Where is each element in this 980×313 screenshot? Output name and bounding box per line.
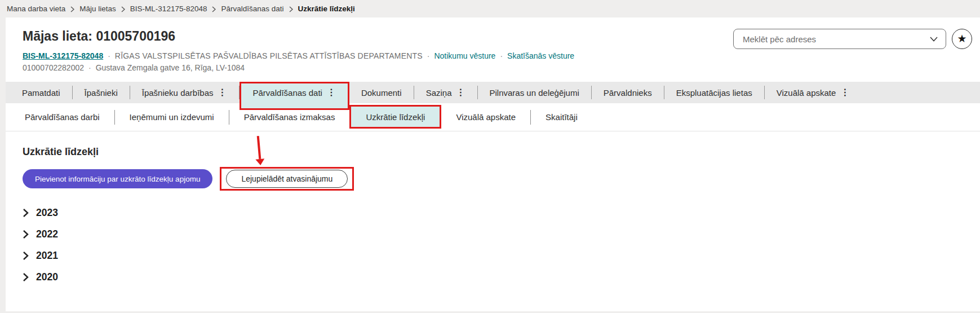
chevron-right-icon xyxy=(23,251,29,261)
chevron-down-icon xyxy=(930,37,938,42)
add-accumulated-funds-button[interactable]: Pievienot informāciju par uzkrāto līdzek… xyxy=(23,169,212,188)
chevron-right-icon xyxy=(212,6,216,12)
tab-label: Saziņa xyxy=(426,88,452,98)
house-file-card: Mājas lieta: 01005700196 Meklēt pēc adre… xyxy=(6,17,980,311)
address-search-select[interactable]: Meklēt pēc adreses xyxy=(733,29,946,49)
section-heading: Uzkrātie līdzekļi xyxy=(23,145,963,159)
subtab-ienemumi-un-izdevumi[interactable]: Ieņēmumi un izdevumi xyxy=(115,103,229,131)
subtab-skaititaji[interactable]: Skaitītāji xyxy=(531,103,592,131)
tab-ekspluatacijas-lietas[interactable]: Ekspluatācijas lietas xyxy=(664,82,764,103)
case-number-link[interactable]: BIS-ML-312175-82048 xyxy=(23,51,103,60)
years-list: 2023 2022 2021 2020 xyxy=(23,205,963,284)
breadcrumb: Mana darba vieta Māju lietas BIS-ML-3121… xyxy=(0,0,980,17)
address-line: 01000702282002 · Gustava Zemgala gatve 1… xyxy=(23,63,972,82)
year-label: 2023 xyxy=(36,207,58,219)
year-label: 2020 xyxy=(36,271,58,283)
breadcrumb-item[interactable]: BIS-ML-312175-82048 xyxy=(130,5,207,13)
address-text: Gustava Zemgala gatve 16, Rīga, LV-1084 xyxy=(96,63,245,72)
year-row-2021[interactable]: 2021 xyxy=(23,248,963,263)
actions-row: Pievienot informāciju par uzkrāto līdzek… xyxy=(23,167,963,191)
cadastre-number: 01000702282002 xyxy=(23,63,84,72)
organization-name: RĪGAS VALSTSPILSĒTAS PAŠVALDĪBAS PILSĒTA… xyxy=(115,51,423,60)
chevron-right-icon xyxy=(70,6,74,12)
address-search-placeholder: Meklēt pēc adreses xyxy=(743,34,816,44)
subtab-label: Ieņēmumi un izdevumi xyxy=(130,112,214,122)
kebab-menu-icon[interactable]: ⋮ xyxy=(840,88,849,97)
tab-label: Dokumenti xyxy=(361,88,402,98)
annotation-arrow-head xyxy=(255,158,265,165)
subtab-uzkratie-lidzekli-active[interactable]: Uzkrātie līdzekļi xyxy=(349,105,441,129)
event-history-link[interactable]: Notikumu vēsture xyxy=(434,51,495,60)
chevron-right-icon xyxy=(289,6,293,12)
kebab-menu-icon[interactable]: ⋮ xyxy=(218,88,227,97)
dot-separator: · xyxy=(108,51,110,60)
tab-parvaldnieks[interactable]: Pārvaldnieks xyxy=(592,82,664,103)
tab-label: Pārvaldīšanas dati xyxy=(253,88,322,98)
subtab-label: Pārvaldīšanas izmaksas xyxy=(244,112,335,122)
subtab-parvaldisanas-darbi[interactable]: Pārvaldīšanas darbi xyxy=(10,103,114,131)
subtab-label: Pārvaldīšanas darbi xyxy=(25,112,100,122)
breadcrumb-item[interactable]: Māju lietas xyxy=(79,5,116,13)
chevron-right-icon xyxy=(23,272,29,282)
tab-label: Pamatdati xyxy=(22,88,60,98)
subtab-vizuala-apskate[interactable]: Vizuālā apskate xyxy=(441,103,530,131)
tab-label: Īpašnieku darbības xyxy=(142,88,214,98)
tab-ipasnieki[interactable]: Īpašnieki xyxy=(73,82,130,103)
tab-dokumenti[interactable]: Dokumenti xyxy=(349,82,414,103)
year-row-2022[interactable]: 2022 xyxy=(23,227,963,241)
download-derivative-button[interactable]: Lejupielādēt atvasinājumu xyxy=(226,170,348,188)
tab-label: Pilnvaras un deleģējumi xyxy=(490,88,579,98)
year-row-2020[interactable]: 2020 xyxy=(23,270,963,284)
breadcrumb-item[interactable]: Pārvaldīšanas dati xyxy=(221,5,283,13)
card-header: Mājas lieta: 01005700196 Meklēt pēc adre… xyxy=(6,17,980,82)
favorite-button[interactable]: ★ xyxy=(952,29,972,49)
breadcrumb-item-current: Uzkrātie līdzekļi xyxy=(298,5,355,13)
kebab-menu-icon[interactable]: ⋮ xyxy=(456,88,465,97)
annotation-rectangle: Lejupielādēt atvasinājumu xyxy=(220,167,354,191)
chevron-right-icon xyxy=(121,6,125,12)
sub-tabbar: Pārvaldīšanas darbi Ieņēmumi un izdevumi… xyxy=(6,103,980,131)
tab-label: Īpašnieki xyxy=(85,88,118,98)
star-icon: ★ xyxy=(957,32,966,45)
tab-label: Vizuālā apskate xyxy=(777,88,836,98)
tab-label: Pārvaldnieks xyxy=(604,88,652,98)
tab-sazina[interactable]: Saziņa⋮ xyxy=(414,82,477,103)
tab-vizuala-apskate[interactable]: Vizuālā apskate⋮ xyxy=(765,82,862,103)
tab-label: Ekspluatācijas lietas xyxy=(676,88,752,98)
page-title: Mājas lieta: 01005700196 xyxy=(23,28,175,45)
content-area: Uzkrātie līdzekļi Pievienot informāciju … xyxy=(6,131,980,284)
subtab-label: Vizuālā apskate xyxy=(456,112,516,122)
year-row-2023[interactable]: 2023 xyxy=(23,205,963,220)
case-meta-line: BIS-ML-312175-82048 · RĪGAS VALSTSPILSĒT… xyxy=(23,51,972,60)
tab-pilnvaras[interactable]: Pilnvaras un deleģējumi xyxy=(478,82,591,103)
dot-separator: · xyxy=(427,51,430,60)
subtab-label: Skaitītāji xyxy=(546,112,578,122)
chevron-right-icon xyxy=(23,230,29,239)
tab-pamatdati[interactable]: Pamatdati xyxy=(10,82,72,103)
dot-separator: · xyxy=(88,63,91,72)
year-label: 2021 xyxy=(36,250,58,262)
breadcrumb-item[interactable]: Mana darba vieta xyxy=(7,5,65,13)
chevron-right-icon xyxy=(23,208,29,218)
tab-parvaldisanas-dati-active[interactable]: Pārvaldīšanas dati⋮ xyxy=(240,82,349,110)
kebab-menu-icon[interactable]: ⋮ xyxy=(327,88,336,97)
dot-separator: · xyxy=(500,51,503,60)
main-tabbar: Pamatdati Īpašnieki Īpašnieku darbības⋮ … xyxy=(6,82,980,103)
subtab-label: Uzkrātie līdzekļi xyxy=(366,112,425,122)
year-label: 2022 xyxy=(36,228,58,240)
tab-ipasnieku-darbibas[interactable]: Īpašnieku darbības⋮ xyxy=(130,82,239,103)
view-history-link[interactable]: Skatīšanās vēsture xyxy=(507,51,574,60)
